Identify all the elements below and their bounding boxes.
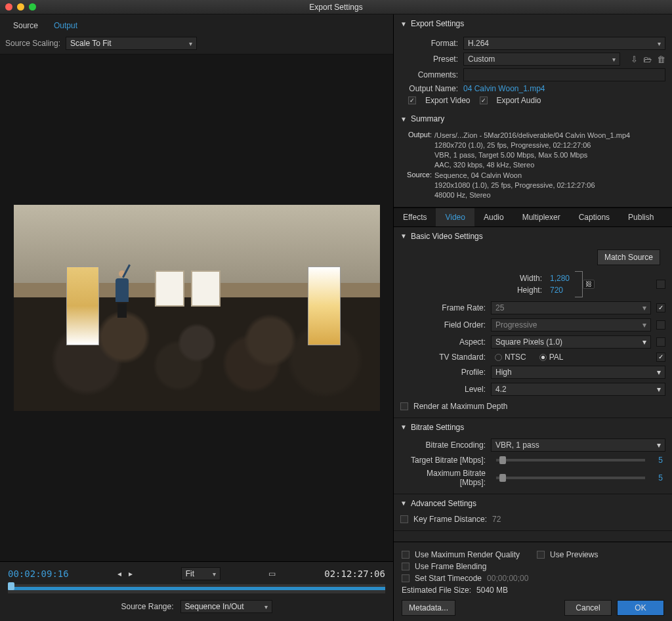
framerate-label: Frame Rate:: [400, 303, 486, 312]
comments-label: Comments:: [400, 70, 458, 79]
framerate-select[interactable]: 25▾: [491, 301, 651, 314]
frame-blending-checkbox[interactable]: [402, 563, 410, 570]
comments-input[interactable]: [463, 68, 665, 81]
in-point-icon[interactable]: ◂: [115, 568, 124, 580]
ok-button[interactable]: OK: [617, 600, 664, 616]
bitrate-heading: Bitrate Settings: [411, 423, 464, 432]
import-preset-icon[interactable]: 🗁: [643, 54, 652, 64]
chevron-down-icon: ▾: [642, 320, 646, 330]
chevron-down-icon: ▾: [213, 570, 216, 578]
height-value[interactable]: 720: [547, 286, 566, 295]
profile-label: Profile:: [400, 368, 486, 377]
tab-multiplexer[interactable]: Multiplexer: [513, 208, 570, 226]
match-source-button[interactable]: Match Source: [597, 249, 660, 265]
export-audio-checkbox[interactable]: [480, 96, 488, 104]
tab-audio[interactable]: Audio: [474, 208, 513, 226]
export-video-checkbox[interactable]: [408, 96, 416, 104]
width-value[interactable]: 1,280: [547, 274, 572, 283]
level-select[interactable]: 4.2▾: [491, 383, 665, 396]
frame-blending-label: Use Frame Blending: [415, 562, 486, 571]
width-label: Width:: [457, 274, 542, 283]
chevron-down-icon: ▾: [642, 303, 646, 312]
disclosure-icon[interactable]: ▼: [400, 500, 407, 507]
preview-panel: Source Output Source Scaling: Scale To F…: [0, 14, 394, 621]
tab-output[interactable]: Output: [46, 18, 85, 33]
fieldorder-lock-checkbox[interactable]: [656, 320, 665, 330]
window-title: Export Settings: [0, 3, 672, 12]
start-timecode-label: Set Start Timecode: [415, 574, 482, 583]
est-size-value: 5040 MB: [476, 586, 508, 595]
chevron-down-icon: ▾: [642, 337, 646, 347]
max-bitrate-slider[interactable]: [496, 477, 645, 479]
use-previews-label: Use Previews: [550, 550, 598, 559]
titlebar: Export Settings: [0, 0, 672, 14]
preset-label: Preset:: [400, 54, 458, 64]
chevron-down-icon: ▾: [189, 40, 192, 47]
height-label: Height:: [457, 286, 542, 295]
advanced-heading: Advanced Settings: [411, 499, 476, 508]
format-select[interactable]: H.264▾: [463, 37, 665, 50]
pal-radio[interactable]: [539, 354, 547, 361]
duration-timecode: 02:12:27:06: [324, 568, 385, 579]
tab-video[interactable]: Video: [436, 208, 474, 226]
chevron-down-icon: ▾: [264, 603, 268, 610]
pal-label: PAL: [549, 353, 564, 362]
disclosure-icon[interactable]: ▼: [400, 116, 407, 123]
zoom-fit-select[interactable]: Fit▾: [181, 567, 220, 580]
tvstd-label: TV Standard:: [400, 353, 486, 362]
keyframe-distance-checkbox[interactable]: [400, 515, 408, 523]
video-preview: [14, 205, 380, 411]
out-point-icon[interactable]: ▸: [126, 568, 135, 580]
source-range-label: Source Range:: [121, 602, 173, 611]
source-scaling-select[interactable]: Scale To Fit▾: [66, 37, 197, 50]
chevron-down-icon: ▾: [657, 368, 661, 377]
delete-preset-icon[interactable]: 🗑: [657, 54, 665, 64]
target-bitrate-value[interactable]: 5: [656, 456, 665, 465]
source-range-select[interactable]: Sequence In/Out▾: [180, 600, 272, 613]
level-label: Level:: [400, 385, 486, 394]
start-timecode-value: 00;00;00;00: [487, 574, 528, 583]
max-render-quality-checkbox[interactable]: [402, 551, 410, 559]
output-name-link[interactable]: 04 Calvin Woon_1.mp4: [463, 84, 545, 93]
link-dimensions-icon[interactable]: ⛓: [583, 280, 595, 289]
source-scaling-label: Source Scaling:: [5, 39, 60, 48]
max-bitrate-label: Maximum Bitrate [Mbps]:: [400, 469, 486, 487]
render-max-depth-label: Render at Maximum Depth: [413, 402, 507, 411]
aspect-select[interactable]: Square Pixels (1.0)▾: [491, 335, 651, 349]
start-timecode-checkbox[interactable]: [402, 574, 410, 582]
est-size-label: Estimated File Size:: [402, 586, 471, 595]
disclosure-icon[interactable]: ▼: [400, 20, 407, 28]
bitrate-encoding-select[interactable]: VBR, 1 pass▾: [491, 439, 665, 452]
tab-effects[interactable]: Effects: [394, 208, 436, 226]
use-previews-checkbox[interactable]: [537, 551, 545, 559]
aspect-crop-icon[interactable]: ▭: [266, 568, 278, 580]
tab-publish[interactable]: Publish: [619, 208, 663, 226]
framerate-lock-checkbox[interactable]: [656, 303, 665, 312]
fieldorder-select[interactable]: Progressive▾: [491, 318, 651, 332]
chevron-down-icon: ▾: [657, 440, 661, 450]
chevron-down-icon: ▾: [658, 40, 661, 47]
ntsc-radio[interactable]: [495, 354, 502, 361]
timeline-scrubber[interactable]: [8, 584, 385, 593]
max-render-quality-label: Use Maximum Render Quality: [415, 550, 520, 559]
save-preset-icon[interactable]: ⇩: [631, 54, 638, 64]
metadata-button[interactable]: Metadata...: [402, 600, 455, 616]
tab-source[interactable]: Source: [5, 18, 46, 33]
summary-output-text: /Users/...Zion - 5Mar2016/deliverable/04…: [434, 131, 665, 169]
summary-source-text: Sequence, 04 Calvin Woon 1920x1080 (1.0)…: [434, 171, 665, 200]
disclosure-icon[interactable]: ▼: [400, 232, 407, 240]
preset-select[interactable]: Custom▾: [463, 53, 620, 66]
playhead-timecode[interactable]: 00:02:09:16: [8, 568, 69, 579]
chevron-down-icon: ▾: [612, 56, 616, 63]
dimensions-lock-checkbox[interactable]: [656, 280, 665, 289]
summary-source-label: Source:: [400, 171, 432, 200]
disclosure-icon[interactable]: ▼: [400, 423, 407, 431]
max-bitrate-value[interactable]: 5: [656, 473, 665, 482]
cancel-button[interactable]: Cancel: [564, 600, 612, 616]
profile-select[interactable]: High▾: [491, 366, 665, 379]
tab-captions[interactable]: Captions: [570, 208, 619, 226]
target-bitrate-slider[interactable]: [496, 459, 645, 461]
render-max-depth-checkbox[interactable]: [400, 402, 408, 410]
tvstd-lock-checkbox[interactable]: [656, 353, 665, 362]
aspect-lock-checkbox[interactable]: [656, 337, 665, 347]
